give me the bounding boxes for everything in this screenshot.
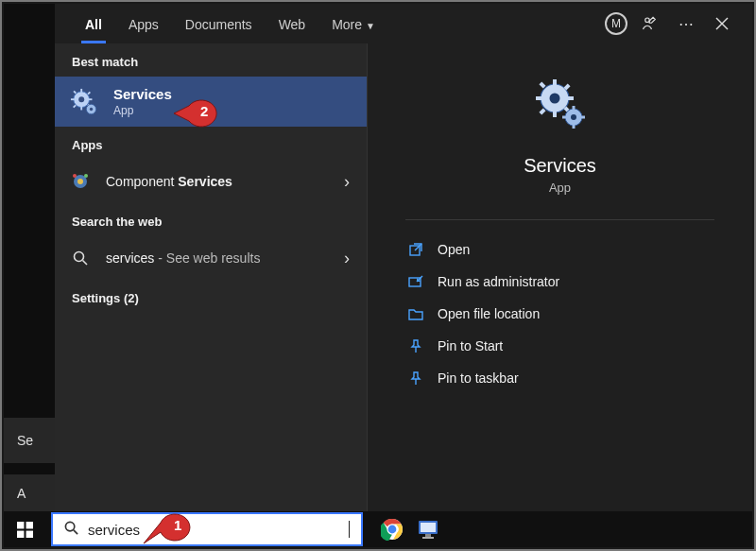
svg-point-18	[84, 174, 88, 178]
taskbar-chrome-icon[interactable]	[380, 517, 404, 542]
svg-rect-51	[422, 537, 434, 539]
start-button[interactable]	[4, 511, 45, 547]
taskbar-search-box[interactable]	[51, 512, 363, 546]
pin-icon	[407, 337, 424, 354]
search-icon	[70, 248, 91, 268]
folder-icon	[407, 305, 424, 322]
action-open[interactable]: Open	[405, 233, 714, 266]
search-input[interactable]	[88, 522, 350, 538]
svg-rect-34	[572, 124, 575, 129]
svg-rect-50	[425, 534, 431, 537]
background-item: Se	[4, 418, 55, 463]
svg-point-16	[77, 179, 83, 184]
result-web-search[interactable]: services - See web results ›	[55, 236, 367, 280]
action-run-as-admin[interactable]: Run as administrator	[405, 266, 714, 298]
svg-rect-25	[536, 96, 542, 100]
svg-rect-49	[421, 523, 436, 532]
section-header-apps: Apps	[55, 127, 367, 160]
section-header-best-match: Best match	[55, 43, 367, 77]
tab-all[interactable]: All	[72, 6, 115, 42]
svg-point-32	[571, 114, 576, 120]
preview-subtitle: App	[549, 181, 571, 195]
result-services-app[interactable]: Services App	[55, 77, 367, 127]
svg-rect-7	[71, 98, 75, 100]
feedback-icon[interactable]	[637, 10, 663, 37]
svg-point-43	[65, 522, 74, 530]
action-pin-to-start[interactable]: Pin to Start	[405, 330, 714, 362]
action-pin-to-taskbar[interactable]: Pin to taskbar	[405, 362, 714, 394]
result-title: Services	[113, 86, 172, 102]
gear-icon	[534, 77, 587, 134]
background-item: A	[4, 474, 55, 512]
taskbar-app-icon[interactable]	[416, 517, 440, 542]
result-subtitle: App	[113, 104, 172, 117]
svg-line-44	[74, 530, 77, 534]
open-icon	[407, 241, 424, 258]
svg-rect-39	[17, 522, 24, 528]
close-button[interactable]	[709, 10, 735, 37]
tab-documents[interactable]: Documents	[172, 6, 266, 42]
svg-rect-5	[80, 88, 82, 92]
tab-more[interactable]: More▼	[318, 6, 388, 42]
chevron-right-icon[interactable]: ›	[344, 172, 350, 192]
gear-icon	[70, 88, 98, 116]
chevron-right-icon[interactable]: ›	[344, 249, 350, 268]
svg-rect-36	[580, 116, 585, 119]
svg-rect-23	[553, 79, 557, 86]
results-list: Best match	[55, 43, 367, 511]
svg-rect-27	[539, 81, 545, 88]
text-caret	[349, 521, 350, 538]
svg-point-22	[549, 94, 559, 104]
caret-down-icon: ▼	[366, 21, 375, 31]
account-avatar[interactable]: M	[605, 12, 627, 35]
svg-line-20	[83, 261, 88, 266]
svg-rect-6	[80, 106, 82, 110]
action-open-file-location[interactable]: Open file location	[405, 298, 714, 330]
svg-rect-42	[26, 530, 32, 537]
svg-point-19	[75, 252, 84, 262]
svg-rect-26	[567, 96, 574, 100]
svg-rect-24	[553, 111, 557, 117]
search-tabs-bar: All Apps Documents Web More▼ M ⋯	[55, 4, 752, 43]
svg-point-14	[90, 107, 93, 110]
svg-rect-35	[562, 116, 567, 119]
section-header-settings[interactable]: Settings (2)	[55, 280, 367, 313]
component-services-icon	[70, 171, 91, 192]
svg-point-0	[645, 18, 650, 23]
pin-icon	[407, 370, 424, 387]
svg-rect-30	[539, 108, 545, 114]
svg-point-17	[73, 174, 77, 178]
preview-title: Services	[524, 155, 596, 177]
tab-web[interactable]: Web	[266, 6, 319, 42]
svg-rect-33	[572, 106, 575, 111]
svg-rect-8	[89, 98, 93, 100]
result-component-services[interactable]: Component Services ›	[55, 160, 367, 203]
svg-point-4	[78, 96, 84, 102]
result-label: Component Services	[106, 174, 232, 189]
tab-apps[interactable]: Apps	[115, 6, 172, 42]
section-header-web: Search the web	[55, 203, 367, 236]
svg-rect-41	[17, 530, 24, 537]
preview-pane: Services App Open Run as administrator	[367, 43, 752, 511]
admin-icon	[407, 273, 424, 290]
taskbar	[4, 511, 752, 547]
search-icon	[64, 521, 78, 538]
svg-rect-40	[26, 522, 32, 528]
result-label: services - See web results	[106, 250, 260, 266]
more-options-icon[interactable]: ⋯	[673, 10, 699, 37]
